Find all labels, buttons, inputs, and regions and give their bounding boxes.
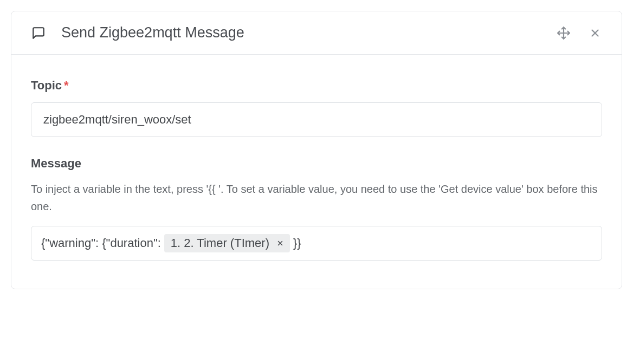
header-actions xyxy=(557,26,602,40)
message-field-group: Message To inject a variable in the text… xyxy=(31,157,602,261)
topic-field-group: Topic* xyxy=(31,79,602,137)
chip-remove-icon[interactable] xyxy=(275,238,286,249)
message-help-text: To inject a variable in the text, press … xyxy=(31,180,602,215)
topic-label-text: Topic xyxy=(31,79,62,92)
topic-input[interactable] xyxy=(31,102,602,137)
chat-icon xyxy=(31,25,46,41)
message-suffix-text: }} xyxy=(293,236,301,250)
card-title: Send Zigbee2mqtt Message xyxy=(61,24,557,41)
card-header: Send Zigbee2mqtt Message xyxy=(11,11,622,55)
move-icon[interactable] xyxy=(557,26,571,40)
card-body: Topic* Message To inject a variable in t… xyxy=(11,55,622,289)
topic-label: Topic* xyxy=(31,79,602,93)
message-card: Send Zigbee2mqtt Message xyxy=(11,11,622,289)
variable-chip[interactable]: 1. 2. Timer (TImer) xyxy=(164,234,290,252)
required-star: * xyxy=(64,79,69,92)
message-prefix-text: {"warning": {"duration": xyxy=(41,236,161,250)
message-input[interactable]: {"warning": {"duration": 1. 2. Timer (TI… xyxy=(31,226,602,261)
close-icon[interactable] xyxy=(588,26,602,40)
variable-chip-label: 1. 2. Timer (TImer) xyxy=(171,236,269,250)
message-label: Message xyxy=(31,157,602,171)
